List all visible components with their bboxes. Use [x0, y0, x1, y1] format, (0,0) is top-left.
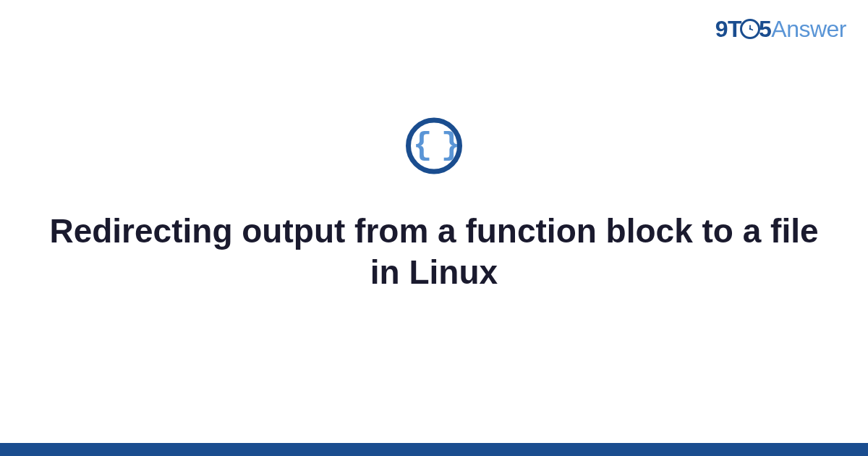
logo-clock-icon — [740, 19, 760, 39]
logo-five: 5 — [759, 16, 771, 42]
footer-accent-bar — [0, 443, 868, 456]
logo-nine: 9 — [715, 16, 728, 42]
braces-glyph: { } — [413, 129, 455, 161]
code-braces-icon: { } — [406, 117, 462, 174]
main-content: { } Redirecting output from a function b… — [0, 117, 868, 293]
page-title: Redirecting output from a function block… — [0, 210, 868, 293]
site-logo: 9T5Answer — [715, 16, 846, 43]
logo-answer: Answer — [771, 16, 846, 42]
